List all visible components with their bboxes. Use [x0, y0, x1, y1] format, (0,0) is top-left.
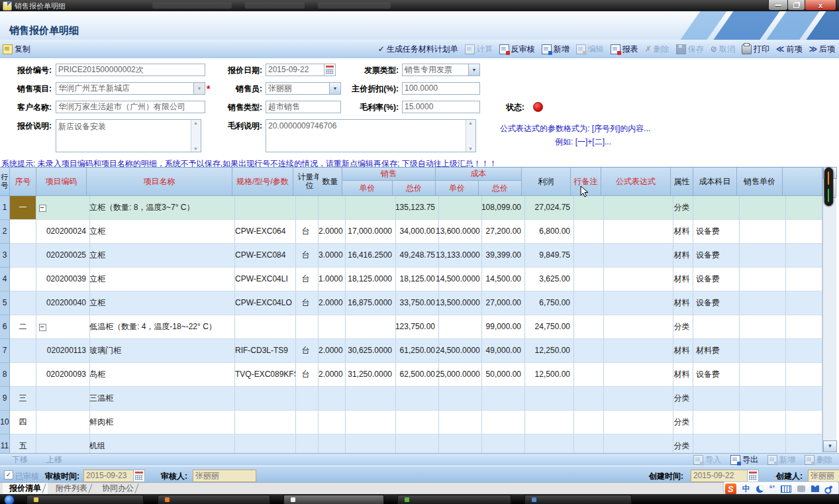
cell-unit[interactable]: 台 [293, 268, 319, 291]
cell-code[interactable] [36, 411, 90, 434]
col-header-code[interactable]: 项目编码 [36, 168, 87, 196]
cell-sp[interactable]: 30,625.0000 [342, 339, 396, 363]
cell-code[interactable]: 020200040 [36, 291, 90, 315]
cell-formula[interactable] [601, 268, 673, 291]
cell-remark[interactable] [571, 434, 604, 453]
cell-qty[interactable] [319, 315, 346, 339]
cell-qty[interactable]: 2.0000 [319, 363, 346, 387]
cell-ct[interactable] [479, 411, 525, 434]
cell-profit[interactable]: 3,625.00 [522, 268, 574, 291]
handwriting-icon[interactable] [797, 485, 805, 492]
cell-seq[interactable]: 四 [10, 411, 36, 434]
tab-attachment-list[interactable]: 附件列表 [49, 483, 94, 494]
sales-type-field[interactable]: 超市销售 [266, 101, 341, 113]
cell-qty[interactable] [319, 411, 346, 434]
col-header-row-no[interactable]: 行号 [0, 168, 10, 196]
quote-no-field[interactable]: PRICE201500000002次 [56, 64, 205, 76]
cell-code[interactable] [36, 434, 90, 453]
create-time-field[interactable]: 2015-09-22 [691, 470, 750, 482]
cell-cp[interactable]: 13,133.0000 [436, 244, 482, 268]
col-header-seq[interactable]: 序号 [10, 168, 36, 196]
cell-name[interactable]: 立柜 [87, 268, 235, 291]
start-button[interactable] [4, 495, 15, 504]
cell-code[interactable] [36, 315, 90, 339]
cell-cp[interactable] [436, 411, 482, 434]
cell-unit[interactable] [293, 387, 319, 411]
vertical-scrollbar[interactable]: ▲ ▼ [822, 167, 836, 452]
cell-st[interactable] [393, 387, 439, 411]
cell-qty[interactable]: 2.0000 [319, 220, 346, 244]
生成任务材料计划单-button[interactable]: ✓生成任务材料计划单 [378, 44, 458, 55]
新增-button[interactable]: 新增 [542, 44, 569, 55]
cell-ct[interactable]: 99,000.00 [479, 315, 525, 339]
cell-formula[interactable] [601, 315, 673, 339]
cell-formula[interactable] [601, 434, 673, 453]
报表-button[interactable]: 报表 [611, 44, 638, 55]
cell-remark[interactable] [571, 268, 604, 291]
cell-spec[interactable] [232, 315, 296, 339]
cell-profit[interactable]: 6,800.00 [522, 220, 574, 244]
cell-cp[interactable]: 13,600.0000 [436, 220, 482, 244]
cell-st[interactable]: 34,000.00 [393, 220, 439, 244]
cell-sp2[interactable] [737, 363, 786, 387]
cell-remark[interactable] [571, 339, 604, 363]
cell-formula[interactable] [601, 220, 673, 244]
cell-subject[interactable] [693, 387, 740, 411]
col-header-name[interactable]: 项目名称 [87, 168, 232, 196]
cell-code[interactable]: 020200025 [36, 244, 90, 268]
cell-profit[interactable]: 24,750.00 [522, 315, 574, 339]
cell-subject[interactable]: 设备费 [693, 291, 740, 315]
cell-seq[interactable]: 二 [10, 315, 36, 339]
cell-formula[interactable] [601, 244, 673, 268]
cell-spec[interactable]: CPW-EXC084 [232, 244, 296, 268]
cell-unit[interactable] [293, 411, 319, 434]
cell-seq[interactable]: 三 [10, 387, 36, 411]
cell-sp2[interactable] [737, 196, 786, 220]
cell-spec[interactable]: CPW-EXC04LI [232, 268, 296, 291]
wrench-icon[interactable] [825, 485, 833, 493]
creator-field[interactable]: 张丽丽 [808, 470, 839, 482]
cell-profit[interactable]: 6,750.00 [522, 291, 574, 315]
taskbar-item[interactable] [397, 495, 511, 504]
cell-sp2[interactable] [737, 387, 786, 411]
cell-name[interactable]: 低温柜（数量: 4，温度-18~-22° C） [87, 315, 235, 339]
cell-st[interactable]: 62,500.00 [393, 363, 439, 387]
cell-code[interactable]: 020200093 [36, 363, 90, 387]
cell-ct[interactable]: 27,000.00 [479, 291, 525, 315]
cell-unit[interactable]: 台 [293, 339, 319, 363]
cell-subject[interactable] [693, 315, 740, 339]
col-header-formula[interactable]: 公式表达式 [601, 168, 671, 196]
cell-profit[interactable] [522, 387, 574, 411]
cell-remark[interactable] [571, 291, 604, 315]
cell-qty[interactable]: 2.0000 [319, 339, 346, 363]
cell-spec[interactable] [232, 411, 296, 434]
cell-sp2[interactable] [737, 220, 786, 244]
cell-st[interactable]: 33,750.00 [393, 291, 439, 315]
cell-unit[interactable] [293, 315, 319, 339]
cell-st[interactable]: 49,248.75 [393, 244, 439, 268]
cell-formula[interactable] [601, 196, 673, 220]
tab-collaboration[interactable]: 协同办公 [95, 483, 140, 494]
cell-sp[interactable]: 17,000.0000 [342, 220, 396, 244]
taskbar-item[interactable] [524, 495, 632, 504]
cell-attr[interactable]: 材料 [671, 363, 693, 387]
cell-remark[interactable] [571, 196, 604, 220]
cell-sp2[interactable] [737, 339, 786, 363]
cell-sp2[interactable] [737, 291, 786, 315]
cell-name[interactable]: 岛柜 [87, 363, 235, 387]
cell-subject[interactable]: 设备费 [693, 244, 740, 268]
cell-name[interactable]: 立柜 [87, 244, 235, 268]
salesperson-select[interactable]: 张丽丽 ▼ [266, 82, 341, 95]
chevron-down-icon[interactable]: ▼ [193, 83, 205, 94]
audit-time-calendar-icon[interactable] [133, 470, 145, 482]
cell-attr[interactable]: 分类 [671, 315, 693, 339]
cell-code[interactable] [36, 387, 90, 411]
chinese-mode-icon[interactable]: 中 [742, 483, 750, 495]
cell-formula[interactable] [601, 363, 673, 387]
cell-st[interactable] [393, 411, 439, 434]
cell-attr[interactable]: 材料 [671, 339, 693, 363]
cell-formula[interactable] [601, 339, 673, 363]
cell-code[interactable]: 020200113 [36, 339, 90, 363]
cell-sp[interactable] [342, 196, 396, 220]
cell-qty[interactable] [319, 196, 346, 220]
